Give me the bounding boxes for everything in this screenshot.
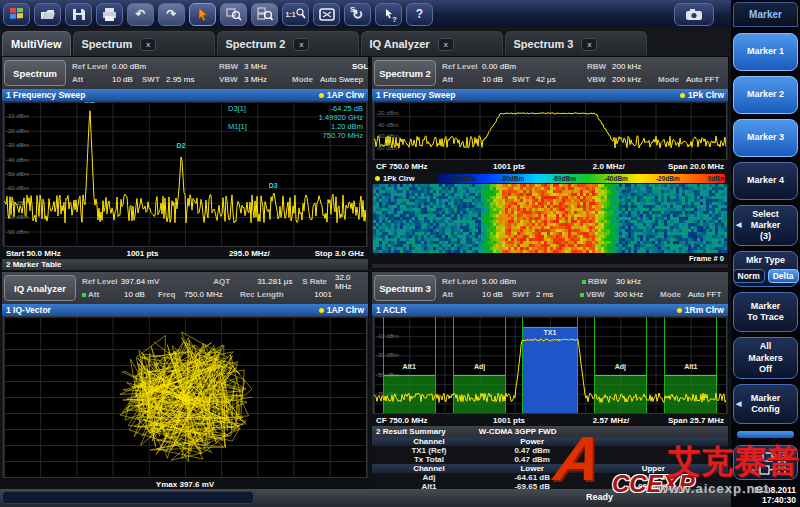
window-title-frequency-sweep: 1 Frequency Sweep 1AP Clrw	[2, 89, 368, 101]
status-field	[2, 491, 254, 504]
spectrum3-header: Spectrum 3 Ref Level5.00 dBm RBW30 kHz A…	[372, 272, 728, 304]
softkey-marker-2[interactable]: Marker 2	[733, 76, 798, 114]
sgl-indicator: SGL	[352, 62, 368, 71]
window-title-iq-vector: 1 IQ-Vector 1AP Clrw	[2, 304, 368, 316]
tab-multiview[interactable]: MultiView	[2, 31, 71, 56]
toolbar: ↶ ↷ 1:1 S ↻ ? ?	[0, 0, 731, 28]
save-icon[interactable]	[65, 3, 92, 26]
color-scale-label: -20dBm	[656, 175, 680, 182]
zoom-area-icon[interactable]	[220, 3, 247, 26]
panel-button-spectrum3[interactable]: Spectrum 3	[374, 275, 436, 301]
softkey-column: Marker Marker 1 Marker 2 Marker 3 Marker…	[731, 0, 800, 507]
color-scale-label: -100dBm	[449, 175, 476, 182]
panel-button-spectrum[interactable]: Spectrum	[4, 60, 66, 86]
spectrogram-legend: 1Pk Clrw -100dBm-80dBm-60dBm-40dBm-20dBm…	[372, 172, 728, 184]
select-cursor-icon[interactable]	[189, 3, 216, 26]
window-arrangement-icon	[746, 451, 786, 475]
tab-label: MultiView	[11, 38, 62, 50]
softkey-marker-to-trace[interactable]: Marker To Trace	[733, 292, 798, 332]
table-row: Adj-64.61 dB-64.12 dB	[372, 473, 728, 482]
date-time-display: 04.08.2011 17:40:30	[733, 485, 798, 507]
spectrum2-plot[interactable]: -20 dBm-40 dBm-60 dBm-80 dBm	[373, 101, 727, 160]
iq-header: IQ Analyzer Ref Level397.64 mV AQT31.281…	[2, 272, 368, 304]
tab-close-icon[interactable]: x	[140, 38, 156, 51]
mkr-type-norm-option[interactable]: Norm	[733, 269, 765, 284]
marker-table-title[interactable]: 2 Marker Table	[2, 259, 368, 270]
softkey-separator	[737, 431, 794, 439]
tab-close-icon[interactable]: x	[438, 38, 454, 51]
left-arrow-icon: ◀	[736, 221, 741, 230]
marker-label-d3: D3	[269, 182, 278, 189]
softkey-mkr-type[interactable]: Mkr Type Norm Delta	[733, 251, 798, 287]
print-icon[interactable]	[96, 3, 123, 26]
windows-logo[interactable]	[3, 3, 30, 26]
softkey-menu-title: Marker	[733, 2, 798, 27]
context-help-cursor-icon[interactable]: ?	[375, 3, 402, 26]
mkr-type-delta-option[interactable]: Delta	[768, 269, 799, 284]
tab-spectrum[interactable]: Spectrumx	[73, 31, 215, 56]
left-arrow-icon: ◀	[736, 400, 741, 409]
tab-iq-analyzer[interactable]: IQ Analyzerx	[361, 31, 503, 56]
aclr-plot[interactable]: -10 dBm-30 dBm-50 dBm-70 dBmAlt1AdjTX1Ad…	[373, 316, 727, 414]
open-file-icon[interactable]	[34, 3, 61, 26]
spectrum-header: Spectrum Ref Level0.00 dBm RBW3 MHz SGL …	[2, 57, 368, 89]
spectrogram-color-scale: -100dBm-80dBm-60dBm-40dBm-20dBm0dBm	[437, 174, 725, 183]
color-scale-label: -60dBm	[552, 175, 576, 182]
panel-iq-analyzer: IQ Analyzer Ref Level397.64 mV AQT31.281…	[1, 271, 369, 489]
panel-button-spectrum2[interactable]: Spectrum 2	[374, 60, 436, 86]
softkey-marker-config[interactable]: ◀ Marker Config	[733, 384, 798, 424]
tab-label: Spectrum	[82, 38, 133, 50]
tab-close-icon[interactable]: x	[581, 38, 597, 51]
panel-spectrum: Spectrum Ref Level0.00 dBm RBW3 MHz SGL …	[1, 56, 369, 269]
color-scale-label: -80dBm	[500, 175, 524, 182]
camera-icon[interactable]	[674, 3, 714, 26]
status-bar: Ready	[0, 489, 731, 507]
spectrum-plot[interactable]: D3[1]-64.25 dB 1.49920 GHz M1[1]1.20 dBm…	[3, 101, 367, 247]
softkey-all-markers-off[interactable]: All Markers Off	[733, 337, 798, 379]
status-dot	[82, 293, 86, 297]
tab-label: Spectrum 2	[226, 38, 286, 50]
sequencer-icon[interactable]: S ↻	[344, 3, 371, 26]
tab-spectrum-3[interactable]: Spectrum 3x	[505, 31, 647, 56]
result-summary-table: ChannelPower TX1 (Ref)0.47 dBm Tx Total0…	[372, 437, 728, 490]
panel-button-iq-analyzer[interactable]: IQ Analyzer	[4, 275, 76, 301]
tab-label: IQ Analyzer	[370, 38, 430, 50]
table-header-power: ChannelPower	[372, 437, 728, 446]
result-summary-title[interactable]: 2 Result Summary W-CDMA 3GPP FWD	[372, 426, 728, 437]
channel-tab-bar: MultiViewSpectrumxSpectrum 2xIQ Analyzer…	[0, 28, 731, 56]
window-title-aclr: 1 ACLR 1Rm Clrw	[372, 304, 728, 316]
help-icon[interactable]: ?	[406, 3, 433, 26]
tab-close-icon[interactable]: x	[293, 38, 309, 51]
marker-label-d2: D2	[176, 142, 185, 149]
zoom-one-to-one-icon[interactable]: 1:1	[282, 3, 309, 26]
undo-icon[interactable]: ↶	[127, 3, 154, 26]
softkey-marker-4[interactable]: Marker 4	[733, 162, 798, 200]
softkey-marker-3[interactable]: Marker 3	[733, 119, 798, 157]
display-icon[interactable]	[313, 3, 340, 26]
panel-spectrum3: Spectrum 3 Ref Level5.00 dBm RBW30 kHz A…	[371, 271, 729, 489]
spectrum2-axis: CF 750.0 MHz1001 pts 2.0 MHz/Span 20.0 M…	[372, 160, 728, 172]
spectrum2-header: Spectrum 2 Ref Level0.00 dBm RBW200 kHz …	[372, 57, 728, 89]
softkey-marker-1[interactable]: Marker 1	[733, 33, 798, 71]
aclr-axis: CF 750.0 MHz1001 pts 2.57 MHz/Span 25.7 …	[372, 414, 728, 426]
tab-label: Spectrum 3	[514, 38, 574, 50]
spectrogram-frame-label: Frame # 0	[372, 253, 728, 264]
iq-vector-plot[interactable]	[3, 316, 367, 478]
color-scale-label: 0dBm	[708, 175, 726, 182]
trace-color-dot	[319, 93, 324, 98]
analyzer-screen: ↶ ↷ 1:1 S ↻ ? ? MultiViewSpect	[0, 0, 800, 507]
softkey-select-marker[interactable]: ◀ Select Marker (3)	[733, 205, 798, 247]
panel-spectrum2: Spectrum 2 Ref Level0.00 dBm RBW200 kHz …	[371, 56, 729, 269]
zoom-windows-icon[interactable]	[251, 3, 278, 26]
table-row: Tx Total0.47 dBm	[372, 455, 728, 464]
table-header-ratio: ChannelLowerUpper	[372, 464, 728, 473]
ready-status: Ready	[586, 492, 613, 502]
spectrum-axis: Start 50.0 MHz1001 pts 295.0 MHz/Stop 3.…	[2, 247, 368, 259]
color-scale-label: -40dBm	[604, 175, 628, 182]
table-row: TX1 (Ref)0.47 dBm	[372, 446, 728, 455]
marker-label-m1: M1	[85, 101, 95, 104]
softkey-display-config[interactable]	[733, 445, 798, 479]
tab-spectrum-2[interactable]: Spectrum 2x	[217, 31, 359, 56]
spectrogram[interactable]	[373, 184, 727, 253]
redo-icon[interactable]: ↷	[158, 3, 185, 26]
